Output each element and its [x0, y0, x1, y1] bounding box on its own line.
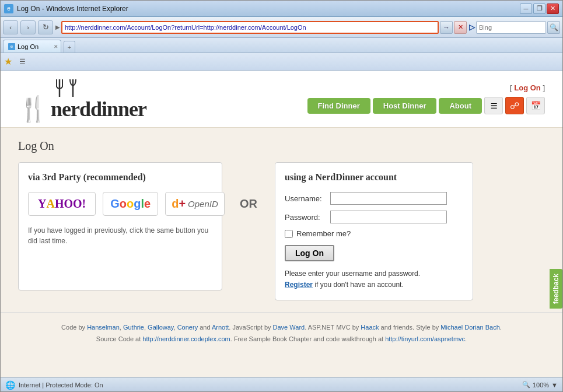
host-dinner-button[interactable]: Host Dinner: [373, 98, 437, 114]
main-content: Log On via 3rd Party (recommended) YAHOO…: [1, 128, 562, 312]
list-icon-button[interactable]: ≣: [484, 97, 503, 114]
new-tab-button[interactable]: +: [64, 41, 75, 52]
find-dinner-button[interactable]: Find Dinner: [307, 98, 370, 114]
toolbar-row: ★ ☰: [1, 53, 562, 71]
zoom-value: 100%: [533, 382, 549, 388]
status-left: 🌐 Internet | Protected Mode: On: [5, 380, 103, 390]
title-bar: e Log On - Windows Internet Explorer ─ ❐…: [1, 1, 562, 17]
logo-fork-knife-icon: 🍴: [18, 97, 46, 121]
site-header: 🍴 nerddinner: [1, 71, 562, 128]
openid-login-button[interactable]: d+ OpenID: [165, 192, 225, 216]
favorites-star[interactable]: ★: [4, 56, 12, 67]
footer-guthrie-link[interactable]: Guthrie: [123, 324, 144, 331]
browser-icon: e: [4, 4, 13, 13]
back-button[interactable]: ‹: [3, 20, 18, 34]
address-input[interactable]: [61, 21, 439, 34]
tab-close-button[interactable]: ✕: [54, 44, 58, 50]
site-footer: Code by Hanselman, Guthrie, Galloway, Co…: [1, 312, 562, 355]
remember-label: Remember me?: [296, 229, 351, 238]
footer-hanselman-link[interactable]: Hanselman: [87, 324, 120, 331]
footer-galloway-link[interactable]: Galloway: [148, 324, 173, 331]
login-panels: via 3rd Party (recommended) YAHOO! Googl…: [18, 162, 545, 300]
remember-checkbox[interactable]: [285, 230, 293, 238]
address-bar-area: ▶ → ✕: [55, 21, 467, 34]
page-title: Log On: [18, 139, 545, 153]
window-title: Log On - Windows Internet Explorer: [17, 5, 128, 13]
logo-area: 🍴 nerddinner: [18, 76, 146, 121]
register-link[interactable]: Register: [285, 281, 313, 289]
active-tab[interactable]: e Log On ✕: [3, 40, 61, 52]
about-button[interactable]: About: [439, 98, 482, 114]
forward-button[interactable]: ›: [20, 20, 36, 34]
provider-note: If you have logged in previously, click …: [28, 225, 212, 246]
site-content: 🍴 nerddinner: [1, 71, 562, 377]
globe-icon: 🌐: [5, 380, 15, 390]
close-button[interactable]: ✕: [547, 4, 559, 14]
provider-buttons: YAHOO! Google d+ OpenID: [28, 192, 212, 216]
rss-icon-button[interactable]: ☍: [505, 97, 524, 114]
footer-conery-link[interactable]: Conery: [177, 324, 198, 331]
window-controls: ─ ❐ ✕: [520, 4, 559, 14]
refresh-button[interactable]: ↻: [38, 20, 53, 34]
browser-window: e Log On - Windows Internet Explorer ─ ❐…: [0, 0, 563, 392]
zone-label: Internet | Protected Mode: On: [19, 382, 103, 388]
remember-row: Remember me?: [285, 229, 463, 238]
third-party-panel: via 3rd Party (recommended) YAHOO! Googl…: [18, 162, 222, 290]
username-input[interactable]: [330, 192, 447, 205]
yahoo-login-button[interactable]: YAHOO!: [28, 192, 96, 216]
nav-bar: ‹ › ↻ ▶ → ✕ ▷ 🔍: [1, 17, 562, 38]
footer-tinyurl-link[interactable]: http://tinyurl.com/aspnetmvc: [385, 335, 465, 342]
status-right: 🔍 100% ▼: [522, 381, 558, 388]
main-nav-buttons: Find Dinner Host Dinner About ≣ ☍ 📅: [307, 97, 545, 114]
bracket-close: ]: [543, 83, 545, 92]
zoom-label: 🔍: [522, 381, 530, 388]
restore-button[interactable]: ❐: [533, 4, 545, 14]
header-login-link[interactable]: Log On: [514, 83, 541, 92]
password-input[interactable]: [330, 211, 447, 223]
minimize-button[interactable]: ─: [520, 4, 532, 14]
tab-label: Log On: [18, 43, 39, 50]
google-login-button[interactable]: Google: [103, 192, 158, 216]
site-logo[interactable]: nerddinner: [51, 97, 146, 121]
search-area: ▷ 🔍: [469, 21, 560, 34]
feedback-tab-wrapper: feedback: [550, 269, 562, 309]
register-note: Please enter your username and password.…: [285, 268, 448, 290]
header-login-area: [ Log On ]: [510, 83, 545, 92]
or-divider: OR: [234, 197, 263, 211]
tab-favicon: e: [8, 43, 15, 50]
toolbar-menu-button[interactable]: ☰: [16, 55, 29, 68]
password-row: Password:: [285, 211, 463, 223]
third-party-heading: via 3rd Party (recommended): [28, 172, 212, 183]
zoom-control[interactable]: 🔍 100% ▼: [522, 381, 558, 388]
go-button[interactable]: →: [440, 21, 453, 34]
password-label: Password:: [285, 213, 326, 222]
feedback-tab[interactable]: feedback: [550, 269, 562, 309]
tab-bar: e Log On ✕ +: [1, 38, 562, 53]
footer-haack-link[interactable]: Haack: [361, 324, 379, 331]
footer-line2: Source Code at http://nerddinner.codeple…: [12, 334, 551, 345]
footer-codeplex-link[interactable]: http://nerddinner.codeplex.com: [142, 335, 230, 342]
footer-arnott-link[interactable]: Arnott: [212, 324, 229, 331]
username-row: Username:: [285, 192, 463, 205]
bracket-open: [: [510, 83, 512, 92]
header-right: [ Log On ] Find Dinner Host Dinner About…: [307, 83, 545, 114]
search-button[interactable]: 🔍: [547, 21, 560, 34]
username-label: Username:: [285, 194, 326, 203]
stop-button[interactable]: ✕: [454, 21, 467, 34]
footer-ward-link[interactable]: Dave Ward: [273, 324, 305, 331]
address-icon: ▶: [55, 24, 60, 30]
zoom-arrow: ▼: [551, 382, 558, 388]
footer-line1: Code by Hanselman, Guthrie, Galloway, Co…: [12, 322, 551, 334]
search-brand: ▷: [469, 23, 475, 32]
nerddinner-heading: using a NerdDinner account: [285, 172, 463, 183]
calendar-icon-button[interactable]: 📅: [526, 97, 545, 114]
status-bar: 🌐 Internet | Protected Mode: On 🔍 100% ▼: [1, 377, 562, 391]
nerddinner-panel: using a NerdDinner account Username: Pas…: [275, 162, 473, 300]
footer-bach-link[interactable]: Michael Dorian Bach: [440, 324, 500, 331]
search-input[interactable]: [476, 21, 546, 34]
logon-button[interactable]: Log On: [285, 245, 334, 261]
